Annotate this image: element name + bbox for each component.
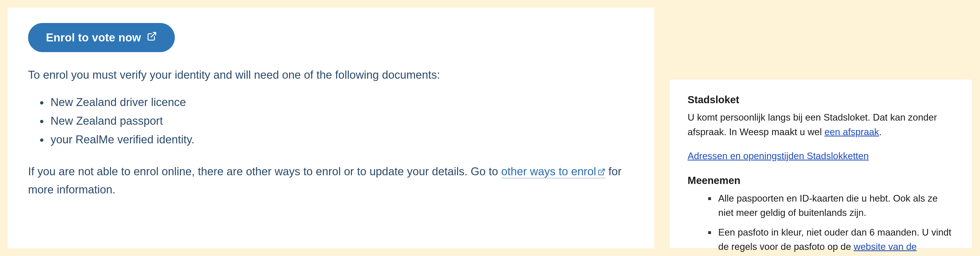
enrol-now-label: Enrol to vote now	[46, 31, 141, 44]
other-ways-link[interactable]: other ways to enrol	[501, 165, 605, 178]
stadsloket-para-pre: U komt persoonlijk langs bij een Stadslo…	[687, 112, 937, 137]
list-item: New Zealand passport	[48, 112, 634, 130]
meenemen-heading: Meenemen	[687, 173, 954, 188]
stadsloket-panel-wrap: Stadsloket U komt persoonlijk langs bij …	[670, 8, 972, 248]
enrol-panel: Enrol to vote now To enrol you must veri…	[8, 8, 654, 248]
enrol-tail-pre: If you are not able to enrol online, the…	[28, 165, 501, 178]
svg-line-0	[151, 32, 156, 37]
svg-line-1	[601, 169, 605, 173]
meenemen-list: Alle paspoorten en ID-kaarten die u hebt…	[687, 191, 954, 256]
external-link-icon	[596, 165, 605, 178]
stadsloket-card: Stadsloket U komt persoonlijk langs bij …	[670, 79, 972, 248]
list-item: New Zealand driver licence	[48, 93, 634, 112]
stadsloket-heading: Stadsloket	[687, 92, 954, 107]
stadsloket-para-post: .	[879, 127, 881, 137]
enrol-now-button[interactable]: Enrol to vote now	[28, 23, 175, 52]
stadsloket-para: U komt persoonlijk langs bij een Stadslo…	[687, 110, 954, 139]
document-list: New Zealand driver licence New Zealand p…	[28, 93, 634, 149]
locations-link[interactable]: Adressen en openingstijden Stadslokkette…	[687, 151, 869, 161]
list-item: Een pasfoto in kleur, niet ouder dan 6 m…	[716, 226, 954, 256]
page-outer: Enrol to vote now To enrol you must veri…	[0, 0, 980, 256]
list-item: your RealMe verified identity.	[48, 130, 634, 149]
external-link-icon	[147, 31, 157, 44]
locations-line: Adressen en openingstijden Stadslokkette…	[687, 149, 954, 163]
enrol-tail: If you are not able to enrol online, the…	[28, 163, 634, 198]
enrol-intro: To enrol you must verify your identity a…	[28, 66, 634, 84]
list-item: Alle paspoorten en ID-kaarten die u hebt…	[716, 191, 954, 220]
item-pre: Alle paspoorten en ID-kaarten die u hebt…	[718, 193, 938, 218]
afspraak-link[interactable]: een afspraak	[824, 127, 879, 137]
